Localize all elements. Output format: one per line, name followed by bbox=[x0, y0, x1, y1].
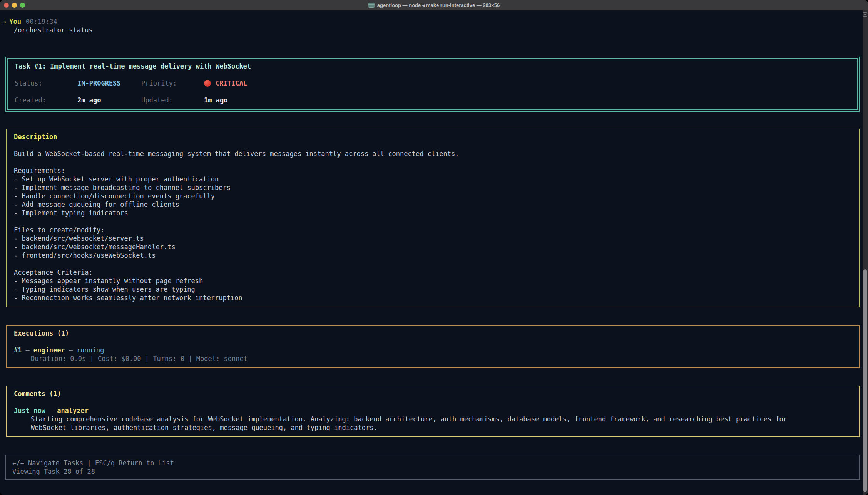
traffic-lights bbox=[4, 0, 25, 10]
comment-author: analyzer bbox=[57, 407, 89, 414]
prompt-arrow-icon: → bbox=[2, 18, 6, 25]
execution-state: running bbox=[77, 346, 104, 354]
updated-label: Updated: bbox=[141, 96, 204, 104]
comment-author-line: Just now—analyzer bbox=[14, 406, 852, 415]
task-summary-box: Task #1: Implement real-time message del… bbox=[5, 57, 860, 112]
separator-dash: — bbox=[25, 346, 29, 354]
execution-item: #1—engineer—running bbox=[14, 346, 852, 354]
execution-meta: Duration: 0.0s | Cost: $0.00 | Turns: 0 … bbox=[14, 354, 852, 363]
description-box: Description Build a WebSocket-based real… bbox=[6, 129, 860, 307]
separator-dash: — bbox=[69, 346, 73, 354]
execution-agent: engineer bbox=[33, 346, 65, 354]
comments-box: Comments (1) Just now—analyzer Starting … bbox=[6, 386, 860, 437]
split-pane-icon[interactable] bbox=[863, 12, 867, 17]
comment-time: Just now bbox=[14, 407, 45, 414]
description-body: Build a WebSocket-based real-time messag… bbox=[14, 149, 852, 302]
terminal-window: agentloop — node ◂ make run-interactive … bbox=[0, 0, 868, 495]
updated-value: 1m ago bbox=[204, 96, 227, 104]
zoom-button[interactable] bbox=[20, 3, 25, 8]
executions-header: Executions (1) bbox=[14, 329, 852, 337]
prompt-line: →You00:19:34 bbox=[0, 17, 868, 26]
created-value: 2m ago bbox=[77, 96, 141, 104]
scrollbar-thumb[interactable] bbox=[863, 269, 867, 492]
priority-value-wrap: CRITICAL bbox=[204, 79, 247, 87]
task-status-row: Status: IN-PROGRESS Priority: CRITICAL bbox=[15, 79, 857, 87]
priority-label: Priority: bbox=[141, 79, 204, 87]
terminal-icon bbox=[368, 3, 375, 8]
window-title-text: agentloop — node ◂ make run-interactive … bbox=[377, 2, 500, 8]
window-title: agentloop — node ◂ make run-interactive … bbox=[368, 2, 500, 8]
status-bar: ←/→ Navigate Tasks | ESC/q Return to Lis… bbox=[5, 455, 860, 480]
task-dates-row: Created: 2m ago Updated: 1m ago bbox=[15, 96, 857, 104]
titlebar: agentloop — node ◂ make run-interactive … bbox=[0, 0, 868, 10]
critical-priority-icon bbox=[204, 80, 211, 87]
comments-header: Comments (1) bbox=[14, 389, 852, 398]
description-header: Description bbox=[14, 133, 852, 141]
terminal-screen[interactable]: →You00:19:34 /orchestrator status Task #… bbox=[0, 10, 868, 495]
comment-body: Starting comprehensive codebase analysis… bbox=[14, 415, 852, 432]
prompt-user: You bbox=[9, 18, 21, 25]
command-text: /orchestrator status bbox=[0, 26, 868, 34]
status-value: IN-PROGRESS bbox=[77, 79, 141, 87]
executions-box: Executions (1) #1—engineer—running Durat… bbox=[6, 325, 860, 368]
scrollbar-track[interactable] bbox=[863, 10, 868, 495]
priority-value: CRITICAL bbox=[216, 79, 247, 87]
status-label: Status: bbox=[15, 79, 77, 87]
execution-id: #1 bbox=[14, 346, 22, 354]
separator-dash: — bbox=[49, 407, 53, 414]
keybinding-hints: ←/→ Navigate Tasks | ESC/q Return to Lis… bbox=[12, 459, 853, 467]
task-pagination: Viewing Task 28 of 28 bbox=[12, 467, 853, 476]
minimize-button[interactable] bbox=[12, 3, 17, 8]
prompt-timestamp: 00:19:34 bbox=[26, 18, 57, 25]
created-label: Created: bbox=[15, 96, 77, 104]
close-button[interactable] bbox=[4, 3, 9, 8]
task-title: Task #1: Implement real-time message del… bbox=[15, 62, 857, 70]
